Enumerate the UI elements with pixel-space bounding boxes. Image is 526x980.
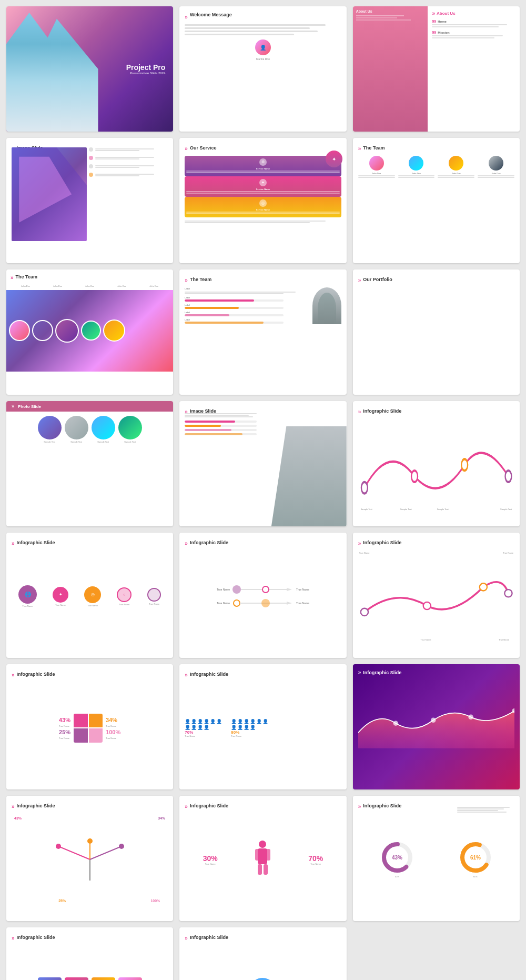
- slide-image-1[interactable]: Image Slide: [6, 138, 173, 263]
- team-member-3: John Doe: [438, 156, 474, 178]
- slide-infographic-circles[interactable]: Infographic Slide 🌐 True Name ✦ True Nam…: [6, 533, 173, 658]
- tree-pct-3: 25%: [58, 899, 66, 903]
- slide-welcome[interactable]: Welcome Message 👤 Marina Doe: [179, 6, 346, 132]
- svg-rect-33: [258, 864, 262, 875]
- svg-point-13: [261, 599, 270, 607]
- inf-flow-title: Infographic Slide: [190, 540, 228, 545]
- inf-swot-title: Infographic Slide: [190, 935, 228, 940]
- svg-point-9: [262, 586, 269, 593]
- svg-point-29: [259, 841, 266, 848]
- team-big-title: The Team: [16, 274, 37, 279]
- svg-point-17: [504, 589, 512, 597]
- inf-curve-title: Infographic Slide: [363, 540, 401, 545]
- section2-label: Mission: [438, 31, 449, 34]
- gear-val-1: 43%: [381, 875, 413, 878]
- slide-team-bars[interactable]: The Team Label Label Label: [179, 269, 346, 395]
- inf-person-title: Infographic Slide: [190, 803, 228, 808]
- pct-people-2: 80%: [231, 730, 273, 735]
- svg-point-16: [479, 583, 487, 591]
- svg-point-28: [119, 844, 124, 849]
- inf-curve-chevron: [358, 538, 361, 547]
- svg-marker-12: [287, 602, 292, 605]
- photo-title: Photo Slide: [18, 404, 41, 409]
- inf-flow-chevron: [185, 538, 188, 547]
- slide-infographic-tree[interactable]: Infographic Slide 43%: [6, 796, 173, 921]
- slide-our-service[interactable]: Our Service ⚙ Service Name ✦ Service Nam…: [179, 138, 346, 263]
- service-card-3: ◎ Service Name: [185, 197, 341, 217]
- inf-person-chevron: [185, 801, 188, 811]
- inf-tree-title: Infographic Slide: [17, 803, 55, 808]
- svg-point-3: [411, 471, 418, 482]
- team-member-2: John Doe: [398, 156, 435, 178]
- slide-portfolio[interactable]: Our Portfolio: [353, 269, 520, 395]
- team-bars-title: The Team: [190, 277, 211, 282]
- svg-point-10: [234, 600, 240, 606]
- svg-rect-34: [264, 864, 268, 875]
- inf-tree-chevron: [12, 801, 15, 811]
- pct-val-2: 25%: [59, 729, 70, 735]
- inf-pct-title: Infographic Slide: [17, 672, 55, 677]
- team1-title: The Team: [363, 145, 385, 151]
- tree-pct-2: 34%: [158, 816, 165, 820]
- slide-infographic-swot[interactable]: Infographic Slide Strength Discuss: [179, 927, 346, 980]
- svg-point-20: [468, 715, 473, 720]
- tree-pct-1: 43%: [14, 816, 22, 820]
- inf-puzzle-chevron: [12, 933, 15, 942]
- slide-infographic-wave[interactable]: Infographic Slide Sample Text Sample Tex…: [353, 401, 520, 526]
- svg-text:43%: 43%: [392, 855, 402, 861]
- pct-val-1: 43%: [59, 717, 70, 723]
- slide-project-pro[interactable]: Project Pro Presentation Slide 2024: [6, 6, 173, 132]
- slide-infographic-pct[interactable]: Infographic Slide 43% True Name 25% True…: [6, 664, 173, 789]
- service-card-4: ✦: [326, 151, 342, 167]
- slide-image-2[interactable]: Image Slide: [179, 401, 346, 526]
- svg-line-23: [58, 846, 90, 859]
- project-subtitle: Presentation Slide 2024: [126, 72, 166, 75]
- slide-infographic-person-pct[interactable]: Infographic Slide 30% True Name: [179, 796, 346, 921]
- svg-line-25: [90, 846, 122, 859]
- inf-pct-chevron: [12, 669, 15, 679]
- portfolio-chevron: [358, 275, 361, 284]
- slide-infographic-gear[interactable]: Infographic Slide 43% 43% 61%: [353, 796, 520, 921]
- inf-dark-title: Infographic Slide: [363, 670, 401, 675]
- svg-point-14: [360, 608, 368, 616]
- team1-chevron: [358, 143, 361, 153]
- slide-infographic-curve[interactable]: Infographic Slide True Name True Name Tr…: [353, 533, 520, 658]
- slide-infographic-flow[interactable]: Infographic Slide True Name True Name Tr…: [179, 533, 346, 658]
- slide-photo[interactable]: » Photo Slide Sample Text Sample Text Sa…: [6, 401, 173, 526]
- svg-point-19: [431, 718, 436, 723]
- svg-point-5: [505, 471, 511, 482]
- slide-team-1[interactable]: The Team John Doe John Doe John Doe: [353, 138, 520, 263]
- inf-puzzle-title: Infographic Slide: [17, 935, 55, 940]
- svg-rect-32: [266, 849, 270, 861]
- slide-team-big[interactable]: The Team John DoeJohn DoeJohn DoeJohn Do…: [6, 269, 173, 395]
- slide-infographic-dark[interactable]: » Infographic Slide: [353, 664, 520, 789]
- inf-circles-title: Infographic Slide: [17, 540, 55, 545]
- tree-pct-4: 100%: [150, 899, 160, 903]
- slide-infographic-puzzle[interactable]: Infographic Slide ⚙ True Name 🔍 True Nam…: [6, 927, 173, 980]
- inf-people-chevron: [185, 669, 188, 679]
- inf-wave-chevron: [358, 406, 361, 416]
- gear-val-2: 61%: [460, 875, 491, 878]
- svg-point-15: [423, 602, 430, 609]
- svg-point-4: [461, 459, 468, 471]
- person-pct-right: 70%: [308, 854, 323, 863]
- section-chevron: [185, 12, 188, 21]
- avatar-name: Marina Doe: [185, 57, 341, 61]
- svg-point-2: [361, 482, 368, 494]
- pct-people-1: 70%: [185, 730, 227, 735]
- slide-about-us[interactable]: About Us About Us 99 Home: [353, 6, 520, 132]
- service-title: Our Service: [190, 145, 217, 151]
- service-card-2: ✦ Service Name: [185, 176, 341, 197]
- slide-infographic-people[interactable]: Infographic Slide 👤 👤 👤 👤 👤 👤 👤 👤 👤 �: [179, 664, 346, 789]
- about-left-title: About Us: [356, 9, 425, 13]
- pct-val-3: 34%: [106, 717, 120, 723]
- inf-wave-title: Infographic Slide: [363, 408, 401, 414]
- team-member-1: John Doe: [358, 156, 395, 178]
- slide-grid: Project Pro Presentation Slide 2024 Welc…: [0, 0, 526, 980]
- svg-point-6: [232, 585, 241, 594]
- section1-label: Home: [438, 20, 447, 23]
- team-big-chevron: [11, 272, 14, 282]
- svg-point-26: [56, 844, 61, 849]
- about-chevron: [432, 11, 435, 16]
- team-bars-chevron: [185, 275, 188, 284]
